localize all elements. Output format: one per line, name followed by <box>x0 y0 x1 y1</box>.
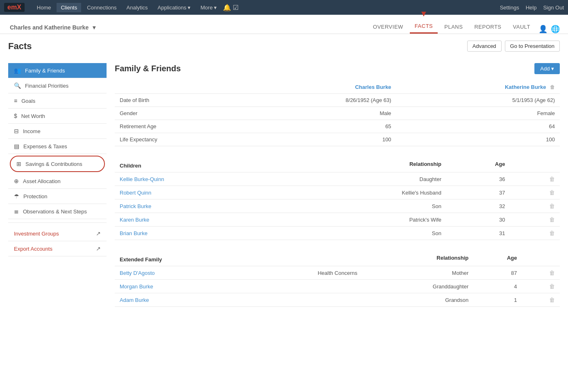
delete-icon[interactable]: 🗑 <box>549 297 555 303</box>
col-person1[interactable]: Charles Burke <box>245 81 396 94</box>
tab-reports[interactable]: REPORTS <box>469 20 506 33</box>
nav-more[interactable]: More ▾ <box>196 3 221 12</box>
child-link[interactable]: Robert Quinn <box>120 190 151 196</box>
sidebar-item-label: Savings & Contributions <box>25 161 82 167</box>
arrow-indicator: ▼ <box>420 9 428 18</box>
section-header: Family & Friends Add ▾ <box>115 63 560 74</box>
client-dropdown-icon[interactable]: ▾ <box>93 24 95 31</box>
logo-em: em <box>7 4 17 11</box>
main-panel: Family & Friends Add ▾ Charles Burke Kat… <box>115 63 560 317</box>
header-buttons: Advanced Go to Presentation <box>467 41 560 52</box>
investment-groups-label: Investment Groups <box>14 231 59 237</box>
delete-icon[interactable]: 🗑 <box>549 230 555 236</box>
logo-x: X <box>17 4 21 11</box>
tasks-icon[interactable]: ☑ <box>233 4 239 11</box>
relationship: Kellie's Husband <box>289 186 446 199</box>
sidebar-item-observations[interactable]: ≣ Observations & Next Steps <box>8 204 107 219</box>
sidebar-item-label: Expenses & Taxes <box>23 143 67 150</box>
goals-icon: ≡ <box>14 97 17 104</box>
nav-connections[interactable]: Connections <box>83 3 120 12</box>
tab-vault[interactable]: VAULT <box>508 20 535 33</box>
delete-icon[interactable]: 🗑 <box>549 216 555 223</box>
personal-info-table: Charles Burke Katherine Burke 🗑 Date of … <box>115 81 560 146</box>
nav-sign-out[interactable]: Sign Out <box>543 5 564 11</box>
child-link[interactable]: Karen Burke <box>120 217 149 223</box>
relationship-header: Relationship <box>289 156 446 172</box>
sidebar-item-expenses-taxes[interactable]: ▤ Expenses & Taxes <box>8 139 107 154</box>
client-name-text: Charles and Katherine Burke <box>10 24 89 31</box>
delete-icon[interactable]: 🗑 <box>549 189 555 196</box>
nav-help[interactable]: Help <box>526 5 537 11</box>
sidebar-link-export-accounts[interactable]: Export Accounts ↗ <box>8 241 107 256</box>
age: 32 <box>446 199 510 213</box>
age: 1 <box>473 293 522 307</box>
sidebar-item-goals[interactable]: ≡ Goals <box>8 93 107 109</box>
row-person1: 100 <box>245 133 396 146</box>
section-title: Family & Friends <box>115 64 181 73</box>
delete-icon[interactable]: 🗑 <box>549 270 555 276</box>
action-header-2 <box>522 250 560 266</box>
note-header <box>242 250 362 266</box>
sidebar-divider <box>8 222 107 223</box>
person2-delete-icon[interactable]: 🗑 <box>550 84 555 90</box>
extended-family-header: Extended Family <box>115 250 242 266</box>
savings-icon: ⊞ <box>16 161 21 167</box>
age-header-2: Age <box>473 250 522 266</box>
sidebar-item-label: Income <box>23 128 41 134</box>
observations-icon: ≣ <box>14 208 19 215</box>
sidebar-item-income[interactable]: ⊟ Income <box>8 124 107 139</box>
advanced-button[interactable]: Advanced <box>467 41 502 52</box>
nav-applications[interactable]: Applications ▾ <box>154 3 195 12</box>
notifications-icon[interactable]: 🔔 <box>223 4 231 11</box>
nav-analytics[interactable]: Analytics <box>123 3 152 12</box>
relationship: Mother <box>362 266 473 280</box>
delete-icon[interactable]: 🗑 <box>549 283 555 290</box>
delete-icon[interactable]: 🗑 <box>549 176 555 182</box>
top-nav-right: Settings Help Sign Out <box>500 5 564 11</box>
asset-icon: ⊕ <box>14 178 19 184</box>
family-link[interactable]: Adam Burke <box>120 297 149 303</box>
income-icon: ⊟ <box>14 128 19 134</box>
row-person2: 64 <box>396 120 560 133</box>
note: Health Concerns <box>242 266 362 280</box>
delete-icon[interactable]: 🗑 <box>549 203 555 209</box>
sidebar-link-investment-groups[interactable]: Investment Groups ↗ <box>8 226 107 241</box>
client-name[interactable]: Charles and Katherine Burke ▾ <box>8 21 95 32</box>
sub-navigation: OVERVIEW ▼ FACTS PLANS REPORTS VAULT <box>368 20 535 34</box>
relationship: Son <box>289 199 446 213</box>
sidebar-item-savings-contributions[interactable]: ⊞ Savings & Contributions <box>10 156 105 172</box>
table-row: Morgan Burke Granddaughter 4 🗑 <box>115 280 560 293</box>
top-nav-links: Home Clients Connections Analytics Appli… <box>33 3 500 12</box>
tab-facts[interactable]: ▼ FACTS <box>410 20 438 34</box>
globe-icon[interactable]: 🌐 <box>551 25 560 34</box>
nav-clients[interactable]: Clients <box>57 3 81 12</box>
age: 31 <box>446 227 510 240</box>
sidebar-item-label: Family & Friends <box>25 68 65 74</box>
child-link[interactable]: Kellie Burke-Quinn <box>120 176 164 182</box>
sidebar-item-asset-allocation[interactable]: ⊕ Asset Allocation <box>8 174 107 189</box>
sidebar-item-net-worth[interactable]: $ Net Worth <box>8 109 107 124</box>
add-button[interactable]: Add ▾ <box>534 63 560 74</box>
nav-home[interactable]: Home <box>33 3 55 12</box>
relationship: Patrick's Wife <box>289 213 446 227</box>
relationship: Granddaughter <box>362 280 473 293</box>
relationship: Son <box>289 227 446 240</box>
sidebar-item-protection[interactable]: ☂ Protection <box>8 189 107 204</box>
table-row: Life Expectancy 100 100 <box>115 133 560 146</box>
row-label: Date of Birth <box>115 94 245 107</box>
child-link[interactable]: Patrick Burke <box>120 203 151 209</box>
go-to-presentation-button[interactable]: Go to Presentation <box>505 41 560 52</box>
tab-plans[interactable]: PLANS <box>439 20 468 33</box>
family-link[interactable]: Betty D'Agosto <box>120 270 155 276</box>
col-person2: Katherine Burke 🗑 <box>396 81 560 94</box>
sidebar-item-family-friends[interactable]: 👥 Family & Friends <box>8 63 107 78</box>
sidebar-item-financial-priorities[interactable]: 🔍 Financial Priorities <box>8 78 107 93</box>
tab-overview[interactable]: OVERVIEW <box>368 20 408 33</box>
table-row: Brian Burke Son 31 🗑 <box>115 227 560 240</box>
child-link[interactable]: Brian Burke <box>120 230 148 236</box>
logo[interactable]: emX <box>4 3 25 12</box>
user-icon[interactable]: 👤 <box>538 25 548 34</box>
nav-settings[interactable]: Settings <box>500 5 519 11</box>
table-row: Betty D'Agosto Health Concerns Mother 87… <box>115 266 560 280</box>
family-link[interactable]: Morgan Burke <box>120 283 153 290</box>
